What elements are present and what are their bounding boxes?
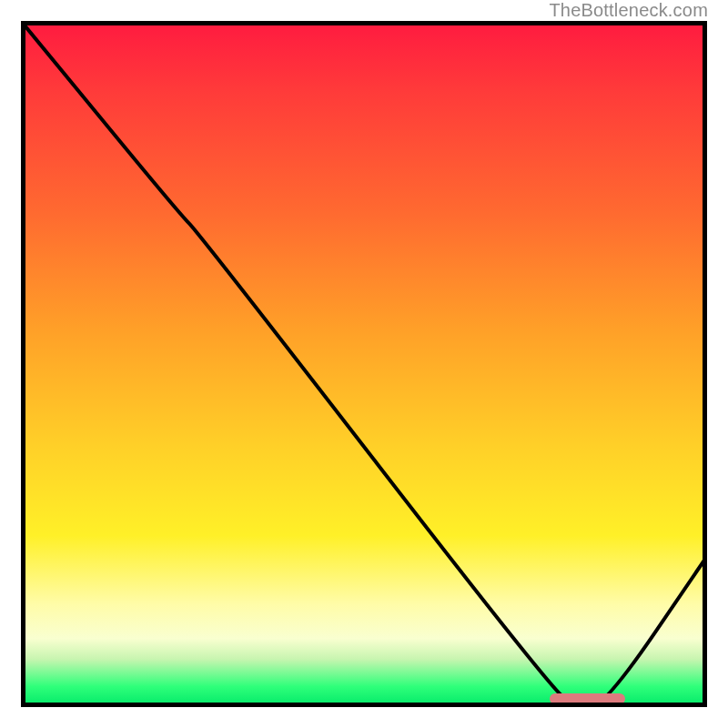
optimal-range-marker	[550, 693, 625, 704]
bottleneck-curve-path	[21, 21, 707, 707]
attribution-text: TheBottleneck.com	[549, 0, 708, 21]
bottleneck-curve-plot	[21, 21, 707, 707]
chart-container: TheBottleneck.com	[0, 0, 728, 728]
